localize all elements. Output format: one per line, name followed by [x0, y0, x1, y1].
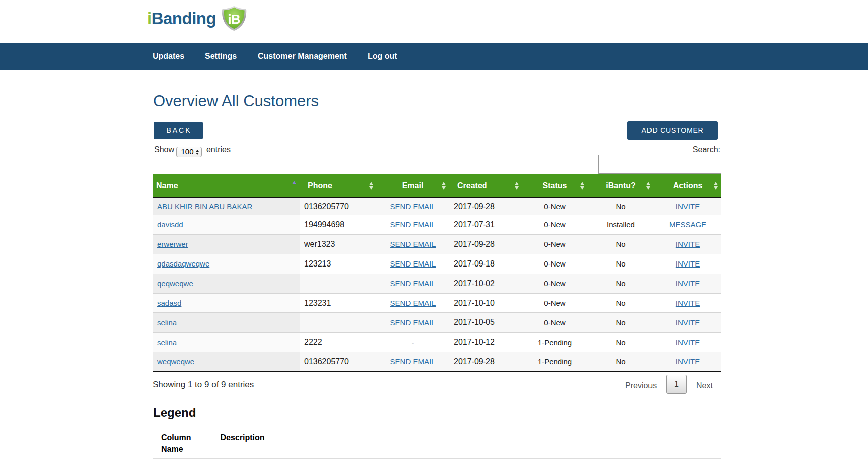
svg-text:iB: iB: [228, 12, 240, 27]
